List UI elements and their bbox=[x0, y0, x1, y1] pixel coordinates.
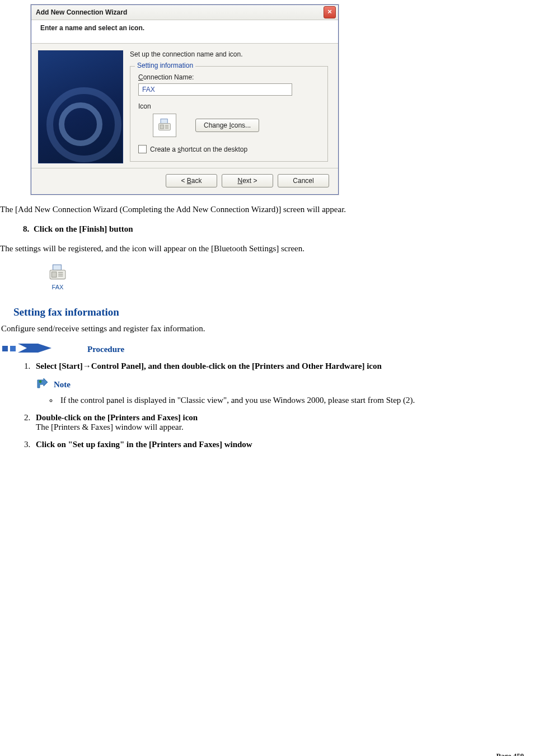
connection-name-label: Connection Name: bbox=[138, 73, 320, 81]
step-list: Click on the [Finish] button bbox=[13, 224, 534, 234]
wizard-content: Set up the connection name and icon. Set… bbox=[31, 44, 338, 168]
fax-icon bbox=[48, 264, 67, 283]
svg-rect-10 bbox=[58, 274, 63, 275]
wizard-instruction: Set up the connection name and icon. bbox=[130, 50, 328, 58]
svg-rect-8 bbox=[51, 272, 57, 278]
step-2-body: The [Printers & Faxes] window will appea… bbox=[36, 422, 534, 432]
connection-name-input[interactable] bbox=[138, 83, 292, 96]
wizard-subheader: Enter a name and select an icon. bbox=[31, 20, 338, 44]
svg-rect-9 bbox=[58, 272, 63, 273]
step-8-followup: The settings will be registered, and the… bbox=[0, 244, 534, 253]
note-label: Note bbox=[54, 380, 71, 389]
shortcut-checkbox-row[interactable]: Create a shortcut on the desktop bbox=[138, 145, 320, 153]
procedure-label: Procedure bbox=[87, 345, 124, 354]
step-8: Click on the [Finish] button bbox=[31, 224, 534, 234]
wizard-footer: < Back Next > Cancel bbox=[31, 168, 338, 194]
procedure-header: Procedure bbox=[2, 341, 534, 357]
note-text: If the control panel is displayed in "Cl… bbox=[58, 396, 534, 405]
icon-section-label: Icon bbox=[138, 102, 320, 110]
svg-rect-2 bbox=[160, 125, 163, 129]
wizard-dialog: Add New Connection Wizard × Enter a name… bbox=[31, 4, 339, 195]
svg-rect-13 bbox=[10, 346, 16, 351]
note-list: If the control panel is displayed in "Cl… bbox=[47, 396, 534, 405]
svg-marker-14 bbox=[18, 344, 51, 353]
change-icons-button[interactable]: Change Icons... bbox=[195, 119, 259, 132]
wizard-side-image bbox=[38, 50, 123, 163]
procedure-step-3: Click on "Set up faxing" in the [Printer… bbox=[32, 440, 534, 449]
svg-rect-0 bbox=[161, 119, 167, 124]
svg-rect-5 bbox=[165, 128, 168, 129]
close-icon[interactable]: × bbox=[324, 6, 336, 18]
svg-rect-4 bbox=[165, 126, 168, 128]
checkbox-icon[interactable] bbox=[138, 145, 147, 153]
svg-rect-3 bbox=[165, 125, 168, 126]
svg-rect-6 bbox=[53, 265, 62, 270]
svg-rect-11 bbox=[58, 275, 63, 276]
step-3-title: Click on "Set up faxing" in the [Printer… bbox=[36, 440, 252, 449]
group-legend: Setting information bbox=[135, 62, 195, 69]
procedure-steps: Select [Start]→Control Panel], and then … bbox=[16, 361, 534, 449]
procedure-arrow-icon bbox=[2, 341, 51, 357]
fax-icon-label: FAX bbox=[46, 284, 69, 290]
icon-preview bbox=[153, 114, 176, 137]
fax-icon bbox=[157, 118, 172, 133]
window-title: Add New Connection Wizard bbox=[36, 8, 324, 16]
note-block: Note bbox=[36, 377, 534, 392]
cancel-button[interactable]: Cancel bbox=[278, 174, 329, 187]
svg-rect-12 bbox=[2, 346, 8, 351]
next-button[interactable]: Next > bbox=[222, 174, 273, 187]
shortcut-label: Create a shortcut on the desktop bbox=[150, 145, 247, 153]
wizard-result-text: The [Add New Connection Wizard (Completi… bbox=[0, 205, 534, 214]
back-button[interactable]: < Back bbox=[166, 174, 217, 187]
step-8-title: Click on the [Finish] button bbox=[34, 224, 133, 233]
note-icon bbox=[36, 377, 49, 392]
titlebar: Add New Connection Wizard × bbox=[31, 5, 338, 20]
svg-point-15 bbox=[39, 381, 42, 383]
step-1-title: Select [Start]→Control Panel], and then … bbox=[36, 361, 382, 370]
section-intro: Configure send/receive settings and regi… bbox=[1, 324, 534, 334]
fax-desktop-icon: FAX bbox=[46, 264, 69, 290]
step-2-title: Double-click on the [Printers and Faxes]… bbox=[36, 413, 198, 422]
page-number: Page 459 bbox=[496, 752, 524, 756]
section-heading: Setting fax information bbox=[13, 306, 534, 318]
procedure-step-1: Select [Start]→Control Panel], and then … bbox=[32, 361, 534, 405]
procedure-step-2: Double-click on the [Printers and Faxes]… bbox=[32, 413, 534, 432]
setting-information-group: Setting information Connection Name: Ico… bbox=[130, 66, 328, 162]
